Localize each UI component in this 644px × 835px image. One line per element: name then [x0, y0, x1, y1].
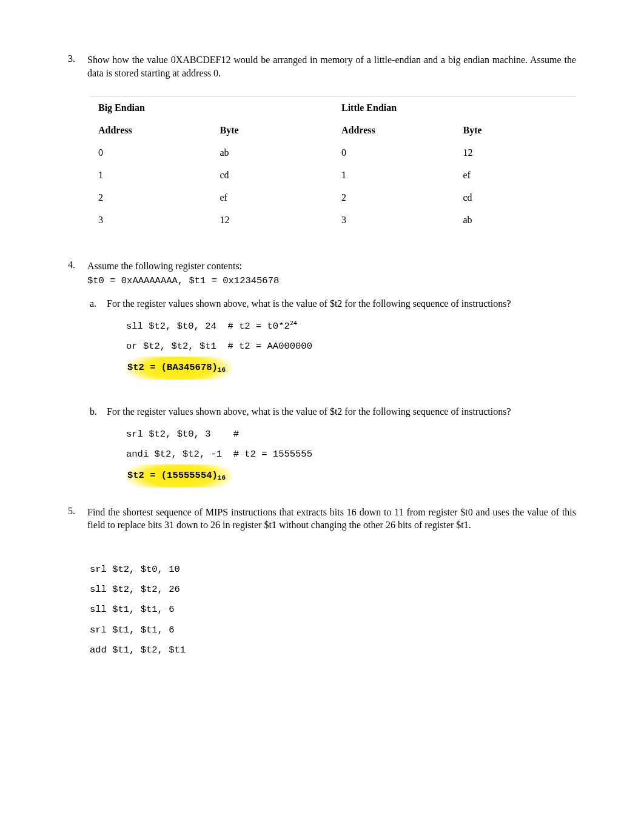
cell-byte: 12 [212, 209, 334, 232]
q4a-code: sll $t2, $t0, 24 # t2 = t0*224 or $t2, $… [126, 317, 576, 380]
table-row: 1 cd 1 ef [90, 164, 576, 187]
answer-base: 16 [218, 474, 226, 481]
sub-question-a: a. For the register values shown above, … [90, 298, 576, 309]
table-row: 3 12 3 ab [90, 209, 576, 232]
register-values: $t0 = 0xAAAAAAAA, $t1 = 0x12345678 [87, 275, 576, 286]
question-text: Find the shortest sequence of MIPS instr… [87, 506, 576, 532]
code-line: sll $t2, $t0, 24 # t2 = t0*2 [126, 321, 290, 332]
cell-byte: ef [455, 164, 577, 187]
q4b-code: srl $t2, $t0, 3 # andi $t2, $t2, -1 # t2… [126, 424, 576, 488]
table-header-row-2: Address Byte Address Byte [90, 119, 576, 142]
answer-base: 16 [218, 366, 226, 374]
endian-table: Big Endian Little Endian Address Byte Ad… [90, 96, 576, 232]
cell-byte: cd [212, 164, 334, 187]
page-content: 3. Show how the value 0XABCDEF12 would b… [0, 0, 644, 709]
code-line: srl $t2, $t0, 3 # [126, 429, 239, 440]
question-text: Show how the value 0XABCDEF12 would be a… [87, 53, 576, 79]
col-little-endian: Little Endian [333, 97, 455, 119]
cell-addr: 3 [333, 209, 455, 232]
cell-addr: 2 [333, 187, 455, 209]
sub-question-b: b. For the register values shown above, … [90, 406, 576, 417]
code-line: andi $t2, $t2, -1 # t2 = 1555555 [126, 449, 312, 460]
q3-table-wrap: Big Endian Little Endian Address Byte Ad… [90, 96, 576, 232]
question-number: 5. [68, 506, 87, 532]
cell-addr: 1 [333, 164, 455, 187]
answer-highlight: $t2 = (BA345678)16 [126, 357, 232, 379]
cell-addr: 2 [90, 187, 212, 209]
q5-code: srl $t2, $t0, 10 sll $t2, $t2, 26 sll $t… [90, 560, 576, 661]
cell-byte: cd [455, 187, 577, 209]
cell-byte: ab [212, 142, 334, 164]
cell-addr: 0 [90, 142, 212, 164]
cell-byte: ab [455, 209, 577, 232]
sub-text: For the register values shown above, wha… [107, 298, 576, 309]
table-row: 0 ab 0 12 [90, 142, 576, 164]
answer-text: $t2 = (BA345678) [127, 362, 218, 373]
sub-letter: a. [90, 298, 107, 309]
exponent: 24 [290, 320, 297, 327]
question-4: 4. Assume the following register content… [68, 260, 576, 273]
q5-code-wrap: srl $t2, $t0, 10 sll $t2, $t2, 26 sll $t… [90, 560, 576, 661]
col-spacer [212, 97, 334, 119]
col-big-endian: Big Endian [90, 97, 212, 119]
question-5: 5. Find the shortest sequence of MIPS in… [68, 506, 576, 532]
table-row: 2 ef 2 cd [90, 187, 576, 209]
col-byte: Byte [455, 119, 577, 142]
col-address: Address [90, 119, 212, 142]
code-line: or $t2, $t2, $t1 # t2 = AA000000 [126, 341, 312, 352]
cell-byte: ef [212, 187, 334, 209]
q4b: b. For the register values shown above, … [90, 406, 576, 488]
cell-addr: 3 [90, 209, 212, 232]
question-3: 3. Show how the value 0XABCDEF12 would b… [68, 53, 576, 79]
table-header-row-1: Big Endian Little Endian [90, 97, 576, 119]
question-number: 3. [68, 53, 87, 79]
cell-addr: 0 [333, 142, 455, 164]
question-intro: Assume the following register contents: [87, 260, 576, 273]
cell-byte: 12 [455, 142, 577, 164]
question-number: 4. [68, 260, 87, 273]
answer-highlight: $t2 = (15555554)16 [126, 464, 232, 487]
answer-text: $t2 = (15555554) [127, 470, 218, 481]
col-address: Address [333, 119, 455, 142]
col-byte: Byte [212, 119, 334, 142]
cell-addr: 1 [90, 164, 212, 187]
sub-letter: b. [90, 406, 107, 417]
sub-text: For the register values shown above, wha… [107, 406, 576, 417]
q4a: a. For the register values shown above, … [90, 298, 576, 380]
col-spacer [455, 97, 577, 119]
